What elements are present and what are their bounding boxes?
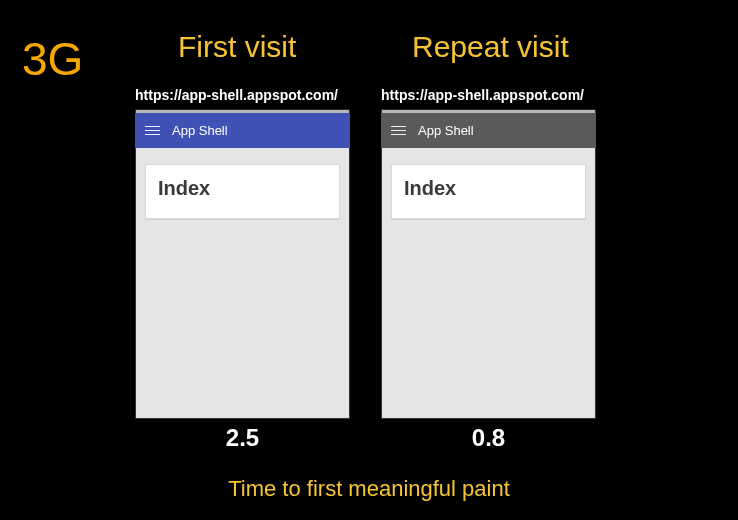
toolbar-title: App Shell — [418, 123, 474, 138]
first-visit-screenshot: https://app-shell.appspot.com/ App Shell… — [135, 87, 350, 419]
app-toolbar: App Shell — [381, 113, 596, 148]
phone-frame: App Shell Index — [381, 109, 596, 419]
first-visit-timing: 2.5 — [135, 424, 350, 452]
repeat-visit-timing: 0.8 — [381, 424, 596, 452]
network-type-label: 3G — [22, 32, 83, 86]
repeat-visit-screenshot: https://app-shell.appspot.com/ App Shell… — [381, 87, 596, 419]
app-body: Index — [381, 148, 596, 235]
hamburger-icon[interactable] — [391, 126, 406, 136]
hamburger-icon[interactable] — [145, 126, 160, 136]
content-card: Index — [391, 164, 586, 219]
slide-caption: Time to first meaningful paint — [0, 476, 738, 502]
card-title: Index — [158, 177, 327, 200]
column-heading-first-visit: First visit — [178, 30, 296, 64]
content-card: Index — [145, 164, 340, 219]
url-label: https://app-shell.appspot.com/ — [381, 87, 596, 109]
column-heading-repeat-visit: Repeat visit — [412, 30, 569, 64]
app-body: Index — [135, 148, 350, 235]
slide: 3G First visit Repeat visit https://app-… — [0, 0, 738, 520]
app-toolbar: App Shell — [135, 113, 350, 148]
url-label: https://app-shell.appspot.com/ — [135, 87, 350, 109]
phone-frame: App Shell Index — [135, 109, 350, 419]
toolbar-title: App Shell — [172, 123, 228, 138]
card-title: Index — [404, 177, 573, 200]
